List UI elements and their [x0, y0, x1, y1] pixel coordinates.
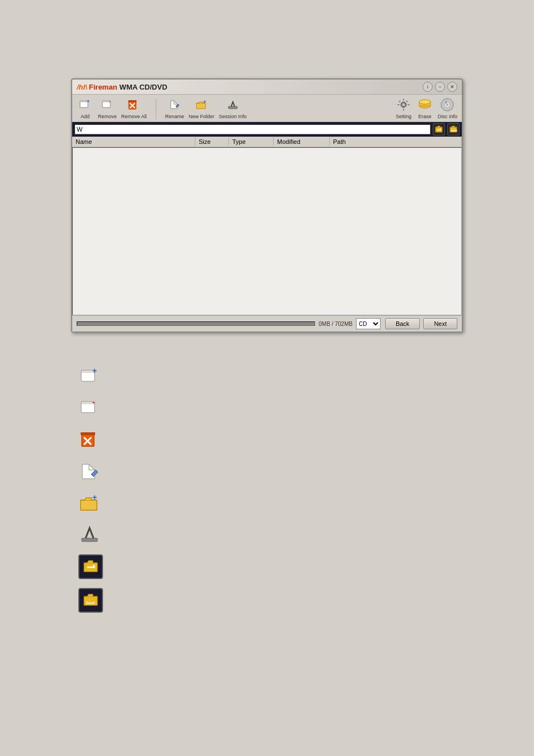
- setting-icon: [396, 97, 411, 113]
- showcase-remove-icon: -: [78, 398, 101, 420]
- svg-text:+: +: [203, 99, 206, 105]
- app-logo: /hl\ Fireman WMA CD/DVD: [77, 83, 167, 91]
- disc-type-select[interactable]: CDDVD: [356, 318, 381, 329]
- title-bar: /hl\ Fireman WMA CD/DVD i − ✕: [72, 80, 462, 95]
- showcase-nav-folder-box: [78, 554, 103, 579]
- svg-text:boot: boot: [451, 129, 457, 132]
- svg-rect-11: [228, 106, 237, 109]
- col-header-type[interactable]: Type: [229, 137, 274, 146]
- showcase-remove-all-icon: [78, 429, 101, 451]
- erase-icon: [417, 97, 433, 113]
- toolbar-middle-group: Rename + New Folder: [165, 97, 247, 119]
- session-info-button[interactable]: Session Info: [219, 97, 247, 119]
- svg-text:+: +: [87, 99, 90, 104]
- svg-point-22: [419, 100, 430, 104]
- file-list[interactable]: [72, 147, 462, 315]
- disc-info-icon: i: [439, 97, 455, 113]
- window-controls: i − ✕: [423, 82, 457, 92]
- toolbar: + Add - Remove: [72, 95, 462, 122]
- add-icon: +: [77, 97, 93, 113]
- nav-folder-button[interactable]: [433, 123, 445, 136]
- rename-icon: [167, 97, 182, 113]
- session-info-label: Session Info: [219, 114, 247, 119]
- close-button[interactable]: ✕: [447, 82, 457, 92]
- svg-rect-18: [399, 100, 401, 102]
- svg-rect-37: [81, 432, 95, 435]
- svg-point-13: [402, 104, 405, 106]
- svg-rect-15: [403, 109, 404, 111]
- remove-label: Remove: [98, 114, 117, 119]
- address-nav-icons: boot: [433, 123, 460, 136]
- icon-showcase: + - +: [78, 366, 103, 613]
- showcase-rename-icon: [78, 460, 101, 483]
- rename-button[interactable]: Rename: [165, 97, 184, 119]
- address-input[interactable]: [74, 124, 430, 134]
- info-button[interactable]: i: [423, 82, 433, 92]
- new-folder-label: New Folder: [189, 114, 214, 119]
- showcase-new-folder-icon: +: [78, 492, 101, 514]
- svg-rect-16: [397, 104, 400, 105]
- svg-text:+: +: [92, 493, 97, 502]
- setting-label: Setting: [396, 114, 411, 119]
- svg-text:i: i: [446, 100, 447, 104]
- remove-icon: -: [100, 97, 115, 113]
- svg-text:-: -: [109, 99, 111, 104]
- rename-label: Rename: [165, 114, 184, 119]
- boot-folder-button[interactable]: boot: [447, 123, 460, 136]
- progress-track: [77, 321, 315, 326]
- col-header-path[interactable]: Path: [330, 137, 462, 146]
- erase-label: Erase: [418, 114, 432, 119]
- erase-button[interactable]: Erase: [416, 97, 433, 119]
- column-headers: Name Size Type Modified Path: [72, 137, 462, 147]
- add-label: Add: [81, 114, 90, 119]
- minimize-button[interactable]: −: [435, 82, 445, 92]
- nav-buttons: Back Next: [385, 318, 457, 329]
- svg-rect-19: [406, 100, 408, 102]
- add-button[interactable]: + Add: [77, 97, 93, 119]
- col-header-modified[interactable]: Modified: [274, 137, 330, 146]
- svg-rect-7: [128, 100, 137, 102]
- remove-all-icon: [126, 97, 142, 113]
- progress-area: 0MB / 702MB CDDVD: [77, 318, 381, 329]
- showcase-boot-folder-box: boot: [78, 588, 103, 613]
- svg-text:+: +: [92, 367, 97, 375]
- toolbar-right-group: Setting Erase: [395, 97, 457, 119]
- logo-product: WMA CD/DVD: [119, 83, 167, 91]
- next-button[interactable]: Next: [423, 318, 457, 329]
- size-label: 0MB / 702MB: [318, 321, 353, 327]
- col-header-name[interactable]: Name: [72, 137, 195, 146]
- toolbar-left-group: + Add - Remove: [77, 97, 147, 119]
- session-info-icon: [225, 97, 241, 113]
- remove-all-button[interactable]: Remove All: [121, 97, 147, 119]
- svg-rect-41: [82, 538, 97, 542]
- status-bar: 0MB / 702MB CDDVD Back Next: [72, 315, 462, 332]
- col-header-size[interactable]: Size: [195, 137, 229, 146]
- logo-hl: /hl\: [77, 83, 87, 91]
- disc-info-label: Disc Info: [438, 114, 457, 119]
- svg-text:-: -: [92, 398, 95, 407]
- svg-rect-14: [403, 99, 404, 101]
- new-folder-button[interactable]: + New Folder: [189, 97, 214, 119]
- address-bar: boot: [72, 122, 462, 137]
- new-folder-icon: +: [194, 97, 209, 113]
- remove-all-label: Remove All: [121, 114, 147, 119]
- remove-button[interactable]: - Remove: [98, 97, 117, 119]
- svg-text:boot: boot: [86, 601, 95, 605]
- showcase-session-icon: [78, 523, 101, 545]
- svg-rect-17: [407, 104, 410, 105]
- back-button[interactable]: Back: [385, 318, 420, 329]
- logo-fireman: Fireman: [89, 83, 118, 91]
- showcase-add-icon: +: [78, 366, 101, 389]
- disc-info-button[interactable]: i Disc Info: [438, 97, 457, 119]
- setting-button[interactable]: Setting: [395, 97, 412, 119]
- main-window: /hl\ Fireman WMA CD/DVD i − ✕ + Add: [71, 78, 463, 333]
